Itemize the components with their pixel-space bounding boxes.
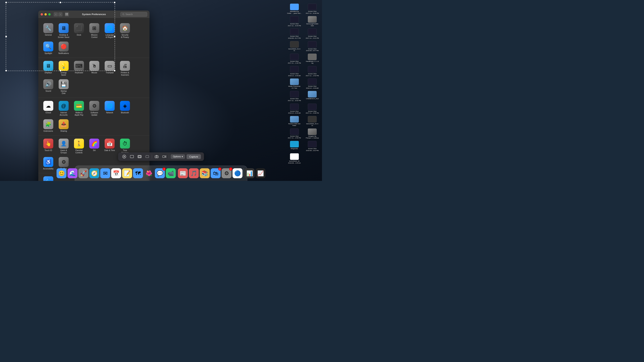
dock-icon-finder[interactable]: 😊 — [56, 168, 66, 178]
window-mode-button[interactable] — [129, 154, 135, 159]
pref-item-extensions[interactable]: 🧩Extensions — [41, 118, 56, 134]
pref-item-notifications[interactable]: 🔴Notifications — [56, 40, 71, 56]
dock-icon-sysprefs[interactable]: ⚙1 — [222, 168, 232, 178]
pref-item-bluetooth[interactable]: ◈Bluetooth — [117, 99, 133, 118]
pref-item-sound[interactable]: 🔊Sound — [41, 78, 56, 96]
file-panel-item[interactable]: Screen Shot 2017-11-...2.52 PM — [304, 65, 321, 77]
pref-item-users[interactable]: 👤Users & Groups — [56, 137, 71, 156]
dock-icon-notes[interactable]: 📝 — [122, 168, 132, 178]
file-panel-item[interactable]: Screen Shot 2017-11-...1.32 PM — [286, 53, 303, 65]
camera-mode-button[interactable] — [154, 154, 160, 159]
file-panel-item[interactable]: Adobe Photoshop CC Test — [286, 78, 303, 90]
back-button[interactable]: ‹ — [54, 12, 58, 16]
dock-icon-calendar[interactable]: 📅 — [111, 168, 121, 178]
pref-item-software[interactable]: ⚙Software Update — [87, 99, 102, 118]
mouse-label: Mouse — [92, 72, 97, 74]
file-panel-item-label: Screen Shot 2018-08...3.02 PM — [306, 148, 318, 152]
pref-item-internet[interactable]: @Internet Accounts — [56, 99, 71, 118]
file-panel-item[interactable]: Screen Shot 2017-11-...0.08 PM — [304, 103, 321, 115]
pref-item-displays[interactable]: 🖥Displays — [41, 59, 56, 78]
pref-item-parental[interactable]: 🚶Parental Controls — [71, 137, 87, 156]
parental-icon: 🚶 — [74, 139, 84, 149]
file-panel-item[interactable]: SamsungPortable SSD — [304, 15, 321, 27]
pref-item-touchid[interactable]: 👆Touch ID — [41, 137, 56, 156]
pref-item-language[interactable]: 🌐Language & Region — [102, 22, 117, 40]
file-panel-item[interactable]: M4gazette — [286, 140, 303, 152]
pref-item-mission[interactable]: ⊞Mission Control — [87, 22, 102, 40]
file-panel-item[interactable]: Screen Shot 2018-12...4.36 AM — [304, 78, 321, 90]
fullscreen-mode-button[interactable] — [136, 154, 142, 159]
file-panel-item[interactable]: HandBrake-1.1.1.d mg — [304, 53, 321, 65]
dock-icon-facetime[interactable]: 📹 — [166, 168, 176, 178]
pref-item-desktop[interactable]: 🖥Desktop & Screen Saver — [56, 22, 71, 40]
dock-icon-photos[interactable]: 🌺 — [144, 168, 154, 178]
video-mode-button[interactable] — [161, 154, 167, 159]
dock-icon-books[interactable]: 📚 — [200, 168, 210, 178]
minimize-button[interactable] — [44, 13, 47, 15]
pref-item-dock[interactable]: ⬛Dock — [71, 22, 87, 40]
dock-icon-safari[interactable]: 🧭 — [89, 168, 99, 178]
file-panel-item[interactable]: tearsofsteel_4k 2018-08-...9-53.txt — [286, 153, 303, 164]
dock-icon-messages[interactable]: 💬4 — [155, 168, 165, 178]
touchid-icon: 👆 — [43, 139, 53, 149]
dock-icon-siri[interactable]: 🌊 — [68, 168, 78, 178]
dock-icon-appstore[interactable]: 🛍2 — [211, 168, 220, 178]
network-label: Network — [106, 112, 113, 114]
pref-item-trackpad[interactable]: ▭Trackpad — [102, 59, 117, 78]
file-panel-item-label: Screen Shot 2017-11-...2.50 PM — [288, 135, 301, 139]
file-panel-item[interactable]: Screen Shot 2017-11-...8.28 PM — [304, 3, 321, 15]
pref-item-sharing[interactable]: 📤Sharing — [56, 118, 71, 134]
dock-icon-news[interactable]: 📰 — [178, 168, 188, 178]
selection-mode-button[interactable] — [144, 154, 150, 159]
pref-item-startup[interactable]: 💾Startup Disk — [56, 78, 71, 96]
pref-item-siri[interactable]: 🌈Siri — [87, 137, 102, 156]
cancel-selection-button[interactable] — [121, 154, 127, 159]
file-panel-item[interactable]: tearsofsteel_4k.m ov — [304, 115, 321, 127]
sharing-icon: 📤 — [59, 119, 68, 129]
pref-item-keyboard[interactable]: ⌨Keyboard — [71, 59, 87, 78]
pref-item-icloud[interactable]: ☁iCloud — [41, 99, 56, 118]
screenshot-file-icon — [290, 129, 299, 135]
search-box[interactable] — [120, 12, 147, 17]
pref-item-datetime[interactable]: 📅Date & Time — [102, 137, 117, 156]
pref-item-security[interactable]: 🏠Security & Privacy — [117, 22, 133, 40]
dock-icon-music[interactable]: 🎵 — [189, 168, 199, 178]
file-panel-item[interactable]: tearsofsteel_4k.m 4v — [286, 40, 303, 52]
pref-item-wallet[interactable]: 💳Wallet & Apple Pay — [71, 99, 87, 118]
dock-icon-chrome[interactable]: 🔵 — [232, 168, 242, 178]
file-panel-item[interactable]: Screen Shot 2017-11-...2.50 PM — [286, 128, 303, 140]
grid-view-button[interactable] — [65, 12, 69, 16]
file-panel-item[interactable]: Screen Shot 2018-12...6.36 AM — [286, 103, 303, 115]
file-panel-item[interactable]: Speedtest by Ookla - ...peed Test... — [286, 3, 303, 15]
dock-icon-istatmenus[interactable]: 📊 — [244, 168, 254, 178]
pref-item-mouse[interactable]: 🖱Mouse — [87, 59, 102, 78]
file-panel-item[interactable]: Restore-HDD test folder — [286, 115, 303, 127]
pref-item-spotlight[interactable]: 🔍Spotlight — [41, 40, 56, 56]
svg-rect-16 — [162, 156, 165, 158]
pref-item-network[interactable]: 🌐Network — [102, 99, 117, 118]
pref-item-printers[interactable]: 🖨Printers & Scanners — [117, 59, 133, 78]
dock-icon-mail[interactable]: ✉ — [100, 168, 110, 178]
file-panel-item[interactable]: Screen Shot 2017-11-...9.44 PM — [286, 15, 303, 27]
file-panel-item[interactable]: Screen Shot 2018-08...8.17 PM — [286, 28, 303, 40]
pref-item-energy[interactable]: 💡Energy Saver — [56, 59, 71, 78]
file-panel-item[interactable]: Seagate My Passpor...e backup — [304, 128, 321, 140]
maximize-button[interactable] — [48, 13, 50, 15]
close-button[interactable] — [41, 13, 43, 15]
options-button[interactable]: Options ▾ — [170, 154, 185, 159]
dock-icon-launchpad[interactable]: 🚀 — [78, 168, 88, 178]
forward-button[interactable]: › — [58, 12, 62, 16]
pref-item-general[interactable]: 🔧General — [41, 22, 56, 40]
dock-icon-istatmenus2[interactable]: 📈 — [256, 168, 266, 178]
capture-button[interactable]: Capture — [187, 154, 201, 159]
file-panel-item[interactable]: CINEBENCH_R15 — [304, 90, 321, 102]
file-panel-item[interactable]: Screen Shot 2017-11-...0.21 PM — [304, 28, 321, 40]
dock-icon-maps[interactable]: 🗺 — [133, 168, 143, 178]
app-file-icon — [290, 4, 299, 10]
file-panel-item[interactable]: Screen Shot 2018-08...8.57 PM — [304, 40, 321, 52]
search-input[interactable] — [125, 13, 145, 16]
svg-rect-2 — [66, 14, 66, 15]
file-panel-item[interactable]: Screen Shot 2018-12...3.46 AM — [286, 65, 303, 77]
file-panel-item[interactable]: Screen Shot 2017-11-...6.52 PM — [286, 90, 303, 102]
file-panel-item[interactable]: Screen Shot 2018-08...3.02 PM — [304, 140, 321, 152]
